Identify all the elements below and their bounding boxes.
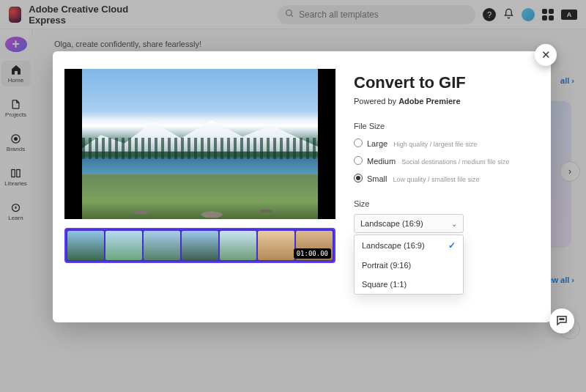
powered-prefix: Powered by (354, 97, 398, 106)
size-dropdown: Landscape (16:9) ✓ Portrait (9:16) Squar… (354, 234, 464, 295)
timeline-frame[interactable] (144, 231, 180, 260)
size-option-landscape[interactable]: Landscape (16:9) ✓ (355, 235, 463, 256)
radio-icon (354, 156, 363, 165)
close-icon: ✕ (541, 48, 551, 62)
size-option-portrait[interactable]: Portrait (9:16) (355, 256, 463, 275)
modal-preview-pane: 01:00.00 (53, 51, 342, 322)
timeline-frame[interactable] (182, 231, 218, 260)
radio-icon (354, 174, 363, 182)
option-label: Portrait (9:16) (362, 261, 411, 270)
option-name: Large (367, 139, 387, 148)
file-size-label: File Size (354, 122, 530, 130)
chat-fab[interactable] (549, 308, 574, 333)
filesize-option-medium[interactable]: Medium Social destinations / medium file… (354, 155, 530, 166)
option-desc: Low quality / smallest file size (393, 176, 480, 183)
chevron-down-icon: ⌄ (451, 220, 457, 228)
pillarbox-left (64, 69, 82, 219)
preview-image (82, 69, 318, 219)
option-name: Small (367, 174, 387, 183)
option-name: Medium (367, 157, 396, 166)
video-preview (64, 69, 335, 219)
option-label: Landscape (16:9) (362, 241, 425, 250)
filesize-option-small[interactable]: Small Low quality / smallest file size (354, 173, 530, 183)
filesize-option-large[interactable]: Large High quality / largest file size (354, 138, 530, 148)
svg-point-10 (563, 318, 565, 319)
option-label: Square (1:1) (362, 280, 407, 289)
option-desc: High quality / largest file size (393, 141, 477, 148)
pillarbox-right (318, 69, 335, 219)
radio-icon (354, 138, 363, 147)
size-select[interactable]: Landscape (16:9) ⌄ (354, 214, 464, 233)
size-selected-value: Landscape (16:9) (360, 219, 423, 228)
size-option-square[interactable]: Square (1:1) (355, 275, 463, 294)
check-icon: ✓ (448, 240, 456, 251)
svg-point-9 (561, 318, 563, 319)
timecode-label: 01:00.00 (294, 248, 331, 259)
modal-options-pane: Convert to GIF Powered by Adobe Premiere… (342, 51, 551, 322)
timeline-frame[interactable] (67, 231, 104, 260)
powered-brand: Adobe Premiere (398, 97, 460, 106)
timeline-filmstrip[interactable]: 01:00.00 (64, 228, 335, 263)
size-label: Size (354, 199, 530, 208)
convert-to-gif-modal: 01:00.00 Convert to GIF Powered by Adobe… (53, 51, 551, 322)
modal-subtitle: Powered by Adobe Premiere (354, 97, 530, 106)
timeline-frame[interactable] (105, 231, 142, 260)
close-button[interactable]: ✕ (535, 44, 557, 66)
chat-icon (555, 314, 568, 329)
option-desc: Social destinations / medium file size (401, 158, 509, 166)
modal-title: Convert to GIF (354, 73, 530, 92)
timeline-frame[interactable] (258, 231, 294, 260)
svg-point-8 (560, 318, 561, 319)
timeline-frame[interactable] (220, 231, 256, 260)
